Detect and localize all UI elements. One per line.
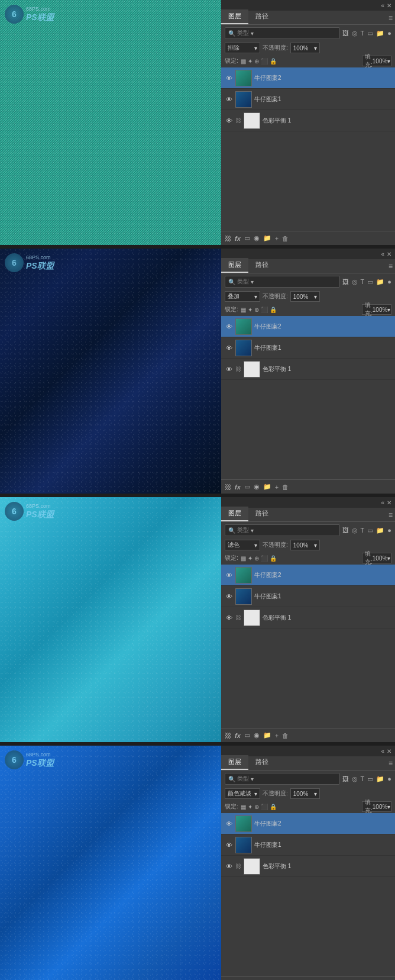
bottom-link-icon[interactable]: ⛓ xyxy=(225,235,231,242)
layer-eye-1[interactable]: 👁 xyxy=(225,95,233,104)
lock-move[interactable]: ✦ xyxy=(248,58,252,65)
fill-field[interactable]: 填充: 100% ▾ xyxy=(362,801,391,812)
layer-item-0[interactable]: 👁 牛仔图案2 xyxy=(221,565,395,586)
icon-dot[interactable]: ● xyxy=(387,278,391,285)
panel-menu-icon[interactable]: ≡ xyxy=(388,511,393,519)
search-dropdown[interactable]: ▾ xyxy=(251,527,254,534)
icon-box[interactable]: ▭ xyxy=(367,527,373,534)
bottom-mask-icon[interactable]: ▭ xyxy=(244,731,250,739)
layer-eye-2[interactable]: 👁 xyxy=(225,365,233,373)
layer-eye-2[interactable]: 👁 xyxy=(225,614,233,622)
panel-menu-icon[interactable]: ≡ xyxy=(388,14,393,22)
icon-circle[interactable]: ◎ xyxy=(352,775,358,783)
tab-layers[interactable]: 图层 xyxy=(221,9,248,24)
lock-move[interactable]: ✦ xyxy=(248,555,252,562)
bottom-fx-icon[interactable]: fx xyxy=(235,483,241,491)
tab-paths[interactable]: 路径 xyxy=(248,755,276,770)
layer-item-0[interactable]: 👁 牛仔图案2 xyxy=(221,813,395,834)
layer-eye-1[interactable]: 👁 xyxy=(225,841,233,849)
icon-dot[interactable]: ● xyxy=(387,775,391,782)
bottom-new-icon[interactable]: + xyxy=(275,483,279,491)
icon-image[interactable]: 🖼 xyxy=(342,30,349,37)
bottom-link-icon[interactable]: ⛓ xyxy=(225,483,231,491)
panel-collapse[interactable]: « xyxy=(381,499,384,506)
search-box[interactable]: 🔍 类型 ▾ xyxy=(225,276,340,288)
layer-item-1[interactable]: 👁 牛仔图案1 xyxy=(221,89,395,110)
panel-collapse[interactable]: « xyxy=(381,2,384,9)
icon-folder[interactable]: 📁 xyxy=(376,775,384,783)
icon-circle[interactable]: ◎ xyxy=(352,30,358,37)
layer-eye-2[interactable]: 👁 xyxy=(225,117,233,125)
lock-artboard[interactable]: ⊕ xyxy=(254,58,259,65)
opacity-field[interactable]: 100% ▾ xyxy=(290,540,320,550)
layer-eye-1[interactable]: 👁 xyxy=(225,592,233,601)
lock-artboard[interactable]: ⊕ xyxy=(254,804,259,810)
panel-menu-icon[interactable]: ≡ xyxy=(388,759,393,768)
icon-circle[interactable]: ◎ xyxy=(352,527,358,534)
icon-image[interactable]: 🖼 xyxy=(342,527,349,534)
tab-paths[interactable]: 路径 xyxy=(248,258,276,273)
icon-T[interactable]: T xyxy=(361,30,365,37)
tab-paths[interactable]: 路径 xyxy=(248,507,276,521)
icon-dot[interactable]: ● xyxy=(387,30,391,37)
search-dropdown[interactable]: ▾ xyxy=(251,30,254,37)
layer-item-0[interactable]: 👁 牛仔图案2 xyxy=(221,67,395,89)
bottom-new-icon[interactable]: + xyxy=(275,732,279,739)
bottom-adjustment-icon[interactable]: ◉ xyxy=(254,234,260,242)
blend-mode-dropdown[interactable]: 排除 ▾ xyxy=(225,43,260,53)
bottom-adjustment-icon[interactable]: ◉ xyxy=(254,483,260,491)
icon-folder[interactable]: 📁 xyxy=(376,278,384,286)
panel-collapse[interactable]: « xyxy=(381,251,384,257)
icon-T[interactable]: T xyxy=(361,775,365,782)
layer-eye-0[interactable]: 👁 xyxy=(225,571,233,579)
lock-position[interactable]: ⬛ xyxy=(261,307,268,313)
lock-checkered[interactable]: ▦ xyxy=(241,804,246,810)
bottom-group-icon[interactable]: 📁 xyxy=(263,234,271,242)
icon-dot[interactable]: ● xyxy=(387,527,391,534)
icon-circle[interactable]: ◎ xyxy=(352,278,358,286)
lock-all[interactable]: 🔒 xyxy=(270,555,277,562)
icon-folder[interactable]: 📁 xyxy=(376,30,384,37)
blend-mode-dropdown[interactable]: 叠加 ▾ xyxy=(225,291,260,302)
panel-close[interactable]: ✕ xyxy=(387,499,391,506)
lock-move[interactable]: ✦ xyxy=(248,307,252,313)
bottom-new-icon[interactable]: + xyxy=(275,235,279,242)
layer-eye-0[interactable]: 👁 xyxy=(225,74,233,82)
lock-artboard[interactable]: ⊕ xyxy=(254,555,259,562)
panel-menu-icon[interactable]: ≡ xyxy=(388,262,393,270)
icon-folder[interactable]: 📁 xyxy=(376,527,384,534)
bottom-trash-icon[interactable]: 🗑 xyxy=(282,235,289,242)
lock-move[interactable]: ✦ xyxy=(248,804,252,810)
icon-box[interactable]: ▭ xyxy=(367,775,373,783)
panel-close[interactable]: ✕ xyxy=(387,2,391,9)
panel-close[interactable]: ✕ xyxy=(387,748,391,755)
lock-checkered[interactable]: ▦ xyxy=(241,555,246,562)
lock-artboard[interactable]: ⊕ xyxy=(254,307,259,313)
bottom-mask-icon[interactable]: ▭ xyxy=(244,234,250,242)
search-box[interactable]: 🔍 类型 ▾ xyxy=(225,524,340,536)
layer-item-2[interactable]: 👁 ⛓ 色彩平衡 1 xyxy=(221,359,395,380)
opacity-field[interactable]: 100% ▾ xyxy=(290,788,320,799)
panel-collapse[interactable]: « xyxy=(381,748,384,755)
blend-mode-dropdown[interactable]: 滤色 ▾ xyxy=(225,540,260,550)
bottom-adjustment-icon[interactable]: ◉ xyxy=(254,731,260,739)
icon-T[interactable]: T xyxy=(361,527,365,534)
fill-field[interactable]: 填充: 100% ▾ xyxy=(362,56,391,66)
bottom-trash-icon[interactable]: 🗑 xyxy=(282,732,289,739)
fill-field[interactable]: 填充: 100% ▾ xyxy=(362,553,391,563)
layer-item-1[interactable]: 👁 牛仔图案1 xyxy=(221,834,395,856)
blend-mode-dropdown[interactable]: 颜色减淡 ▾ xyxy=(225,788,260,799)
layer-item-2[interactable]: 👁 ⛓ 色彩平衡 1 xyxy=(221,856,395,877)
layer-item-0[interactable]: 👁 牛仔图案2 xyxy=(221,316,395,337)
lock-all[interactable]: 🔒 xyxy=(270,804,277,810)
layer-item-1[interactable]: 👁 牛仔图案1 xyxy=(221,337,395,359)
layer-eye-1[interactable]: 👁 xyxy=(225,344,233,352)
tab-layers[interactable]: 图层 xyxy=(221,755,248,770)
lock-checkered[interactable]: ▦ xyxy=(241,307,246,313)
lock-position[interactable]: ⬛ xyxy=(261,804,268,810)
layer-item-2[interactable]: 👁 ⛓ 色彩平衡 1 xyxy=(221,110,395,131)
layer-eye-0[interactable]: 👁 xyxy=(225,820,233,828)
panel-close[interactable]: ✕ xyxy=(387,251,391,257)
fill-field[interactable]: 填充: 100% ▾ xyxy=(362,304,391,315)
icon-image[interactable]: 🖼 xyxy=(342,278,349,285)
